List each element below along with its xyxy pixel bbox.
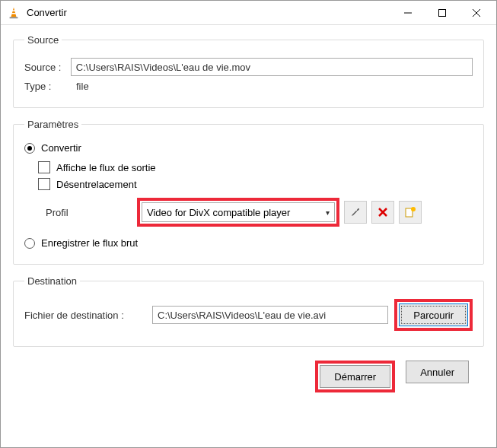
show-output-label: Affiche le flux de sortie xyxy=(56,162,156,173)
radio-icon xyxy=(24,238,35,249)
svg-point-10 xyxy=(411,207,416,211)
vlc-cone-icon xyxy=(7,6,21,20)
browse-button[interactable]: Parcourir xyxy=(399,303,468,326)
deinterlace-checkbox[interactable]: Désentrelacement xyxy=(38,178,473,190)
profile-new-button[interactable] xyxy=(399,201,422,224)
destination-group: Destination Fichier de destination : Par… xyxy=(13,275,484,347)
radio-icon xyxy=(24,143,35,154)
type-value: file xyxy=(76,81,89,92)
close-button[interactable] xyxy=(459,2,493,24)
svg-rect-0 xyxy=(12,10,16,11)
dump-raw-radio[interactable]: Enregistrer le flux brut xyxy=(24,237,473,249)
convert-radio-label: Convertir xyxy=(41,142,81,154)
deinterlace-label: Désentrelacement xyxy=(56,179,137,190)
checkbox-icon xyxy=(38,161,50,173)
wrench-icon xyxy=(349,206,362,218)
convert-radio[interactable]: Convertir xyxy=(24,142,473,154)
chevron-down-icon: ▾ xyxy=(326,208,330,217)
profile-dropdown[interactable]: Video for DivX compatible player ▾ xyxy=(142,202,335,222)
show-output-checkbox[interactable]: Affiche le flux de sortie xyxy=(38,161,473,173)
dest-file-label: Fichier de destination : xyxy=(24,310,146,321)
svg-rect-4 xyxy=(438,9,445,16)
destination-legend: Destination xyxy=(24,275,80,287)
source-group: Source Source : Type : file xyxy=(13,34,484,108)
source-legend: Source xyxy=(24,34,62,46)
start-button[interactable]: Démarrer xyxy=(320,365,390,388)
svg-rect-1 xyxy=(11,13,16,14)
source-label: Source : xyxy=(24,62,71,73)
params-legend: Paramètres xyxy=(24,119,81,130)
source-input[interactable] xyxy=(71,58,473,76)
profile-delete-button[interactable] xyxy=(371,201,394,224)
minimize-button[interactable] xyxy=(390,2,425,24)
dest-file-input[interactable] xyxy=(152,306,388,324)
profile-settings-button[interactable] xyxy=(344,201,367,224)
profile-value: Video for DivX compatible player xyxy=(147,207,290,218)
new-profile-icon xyxy=(404,206,416,218)
svg-rect-2 xyxy=(10,17,18,18)
checkbox-icon xyxy=(38,178,50,190)
maximize-button[interactable] xyxy=(425,2,459,24)
x-icon xyxy=(377,206,389,218)
cancel-button[interactable]: Annuler xyxy=(406,361,469,383)
dump-raw-label: Enregistrer le flux brut xyxy=(41,237,138,249)
profile-label: Profil xyxy=(38,207,137,218)
params-group: Paramètres Convertir Affiche le flux de … xyxy=(13,119,484,265)
window-title: Convertir xyxy=(27,7,390,18)
titlebar: Convertir xyxy=(1,1,496,25)
type-label: Type : xyxy=(24,81,76,92)
